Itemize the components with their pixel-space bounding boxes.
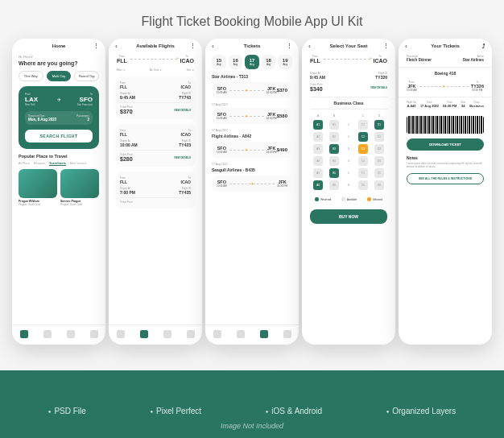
class-title: Business Class (310, 97, 387, 110)
rules-button[interactable]: SEE ALL THE RULES & INSTRUCTIONS (407, 173, 484, 184)
from-code: FLL (310, 58, 320, 64)
price-value: $340 (310, 86, 323, 92)
nav-home-icon[interactable] (213, 330, 221, 338)
nav-search-icon[interactable] (43, 330, 52, 338)
seat[interactable]: C6 (358, 180, 368, 190)
nav-profile-icon[interactable] (90, 330, 98, 338)
to-code[interactable]: SFO (65, 96, 93, 103)
screen-available-flights: ‹ Available Flights ⋮ From FLL To ICAO F… (109, 39, 202, 345)
share-icon[interactable]: ⤴ (482, 43, 485, 49)
ticket-row[interactable]: SFO10:30 AM JFK04:30 PM $490 (212, 142, 292, 158)
from-time: 10:30 AM (407, 89, 417, 92)
view-details-button[interactable]: VIEW DETAILS (370, 86, 387, 89)
ticket-row[interactable]: SFO10:30 AM JFK04:30 PM (212, 176, 292, 192)
place-tab-mostviewed[interactable]: Most Viewed (70, 162, 86, 166)
seat[interactable]: B1 (329, 120, 339, 130)
pax-label: Passengers (60, 114, 89, 118)
seat[interactable]: C4 (358, 156, 368, 166)
back-icon[interactable]: ‹ (115, 43, 118, 50)
screen-title: Your Tickets (431, 43, 459, 48)
nav-profile-icon[interactable] (187, 330, 195, 338)
airline-value: Star Airlines (463, 58, 484, 62)
seat[interactable]: B5 (329, 168, 339, 178)
seat[interactable]: A4 (313, 156, 323, 166)
view-details-button[interactable]: VIEW DETAILS (174, 109, 191, 112)
seat[interactable]: B4 (329, 156, 339, 166)
tab-oneway[interactable]: One Way (19, 71, 43, 81)
seat[interactable]: D3 (374, 144, 384, 154)
flight-card[interactable]: FromFLL ToICAO Depart At7:00 PM Flight I… (115, 171, 196, 209)
seat[interactable]: A6 (313, 180, 323, 190)
menu-icon[interactable]: ⋮ (190, 43, 196, 49)
nav-ticket-icon[interactable] (163, 330, 171, 338)
notes-title: Notes (399, 155, 492, 162)
place-card[interactable]: Prague Wildsee Pragser, South Tyrol (19, 169, 57, 206)
date-tab[interactable]: 19Aug (278, 55, 292, 69)
seat[interactable]: B3 (329, 144, 339, 154)
tab-multicity[interactable]: Multi City (47, 71, 72, 81)
place-tab-ethiopian[interactable]: Ethiopian (34, 162, 46, 166)
seat[interactable]: B2 (329, 132, 339, 142)
seat[interactable]: A1 (313, 120, 323, 130)
date-tab[interactable]: 15Aug (212, 55, 226, 69)
menu-icon[interactable]: ⋮ (93, 43, 99, 49)
nav-search-icon[interactable] (237, 330, 245, 338)
seat[interactable]: B6 (329, 180, 339, 190)
to-label: To (65, 93, 93, 96)
sort-button[interactable]: Sort ▾ (186, 68, 194, 72)
trip-tabs: One Way Multi City Round Trip (12, 71, 105, 86)
seat[interactable]: D5 (374, 168, 384, 178)
altdate-button[interactable]: Alt. Date ▾ (150, 68, 163, 72)
buy-now-button[interactable]: BUY NOW (310, 209, 387, 224)
seat[interactable]: D1 (374, 120, 384, 130)
seat[interactable]: C2 (358, 132, 368, 142)
back-icon[interactable]: ‹ (405, 43, 407, 50)
flight-card[interactable]: FromFLL ToICAO Depart At9:45 AM Flight I… (115, 76, 196, 119)
nav-home-icon[interactable] (20, 330, 28, 338)
back-icon[interactable]: ‹ (308, 43, 311, 50)
nav-ticket-icon[interactable] (67, 330, 75, 338)
from-code[interactable]: LAX (25, 96, 52, 103)
screen-title: Select Your Seat (330, 43, 368, 48)
back-icon[interactable]: ‹ (212, 43, 214, 50)
place-tab-scandinavia[interactable]: Scandinavia (49, 162, 65, 166)
date-tab[interactable]: 18Aug (262, 55, 276, 69)
seat[interactable]: A5 (313, 168, 323, 178)
seat[interactable]: A3 (313, 144, 323, 154)
nav-home-icon[interactable] (117, 330, 125, 338)
seat[interactable]: D6 (374, 180, 384, 190)
nav-ticket-icon[interactable] (260, 330, 268, 338)
nav-profile-icon[interactable] (283, 330, 291, 338)
col-label: D (374, 114, 384, 118)
ticket-row[interactable]: SFO10:30 AM JFK04:30 PM $370 (212, 82, 292, 98)
seat[interactable]: D4 (374, 156, 384, 166)
date-divider: 17 Aug 2022 (205, 161, 299, 167)
date-value[interactable]: Mon, 8 Aug 2022 (28, 118, 57, 122)
filter-button[interactable]: Filter ▾ (117, 68, 126, 72)
airline-name: Star Airlines - T313 (212, 74, 292, 79)
seat[interactable]: D2 (374, 132, 384, 142)
seat[interactable]: C5 (358, 168, 368, 178)
tab-roundtrip[interactable]: Round Trip (74, 71, 99, 81)
menu-icon[interactable]: ⋮ (287, 43, 292, 49)
footer: PSD File Pixel Perfect iOS & Android Org… (0, 394, 504, 438)
screen-title: Home (52, 43, 66, 48)
col-label: C (358, 114, 368, 118)
place-card[interactable]: Sennes Prague Pragser, South Tyrol (60, 169, 99, 206)
seat[interactable]: C3 (358, 144, 368, 154)
bottom-nav (12, 324, 105, 345)
ticket-row[interactable]: SFO10:30 AM JFK04:30 PM $580 (212, 108, 292, 124)
pax-value[interactable]: 2 (60, 118, 89, 122)
date-tab[interactable]: 16Aug (229, 55, 243, 69)
place-tab-all[interactable]: All Place (19, 162, 30, 166)
view-details-button[interactable]: VIEW DETAILS (174, 156, 191, 159)
search-flight-button[interactable]: SEARCH FLIGHT (25, 130, 93, 143)
menu-icon[interactable]: ⋮ (383, 43, 389, 49)
passenger-value: Fletch Skinner (407, 58, 432, 62)
seat[interactable]: C1 (358, 120, 368, 130)
date-tab[interactable]: 17Aug (245, 55, 259, 69)
seat[interactable]: A2 (313, 132, 323, 142)
nav-search-icon[interactable] (140, 330, 148, 338)
download-ticket-button[interactable]: DOWNLOAD TICKET (407, 138, 484, 151)
flight-card[interactable]: FromFLL ToICAO Depart At10:00 AM Flight … (115, 124, 196, 167)
